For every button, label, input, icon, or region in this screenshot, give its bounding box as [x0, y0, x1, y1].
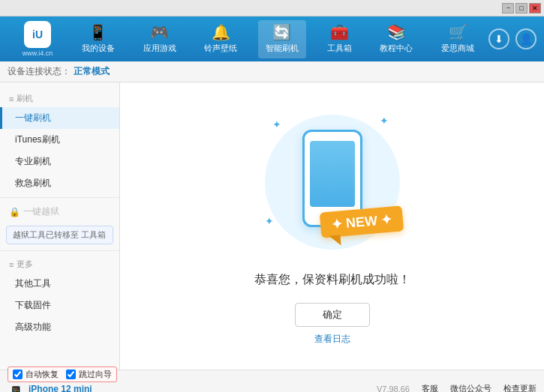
close-button[interactable]: ✕: [529, 3, 541, 13]
device-phone-icon: 📱: [8, 385, 24, 392]
flash-section-title: 刷机: [17, 93, 33, 104]
download-button[interactable]: ⬇: [488, 28, 509, 49]
nav-item-ringtones-label: 铃声壁纸: [204, 43, 237, 54]
window-controls: － □ ✕: [502, 3, 541, 13]
lock-icon: 🔒: [9, 207, 20, 217]
bottom-bar: 自动恢复 跳过向导 📱 iPhone 12 mini 64GB Down-12m…: [0, 370, 544, 392]
nav-item-smart-store[interactable]: 🔄 智能刷机: [258, 20, 306, 58]
logo-icon: iU: [24, 21, 51, 48]
user-button[interactable]: 👤: [515, 28, 536, 49]
nav-item-smart-store-label: 智能刷机: [266, 43, 299, 54]
auto-connect-input[interactable]: [13, 370, 23, 379]
nav-items: 📱 我的设备 🎮 应用游戏 🔔 铃声壁纸 🔄 智能刷机 🧰 工具箱 📚 教程中心…: [68, 20, 488, 58]
nav-bar: iU www.i4.cn 📱 我的设备 🎮 应用游戏 🔔 铃声壁纸 🔄 智能刷机…: [0, 16, 544, 61]
sparkle-icon-1: ✦: [272, 118, 281, 130]
mall-icon: 🛒: [449, 25, 467, 40]
auto-connect-checkbox[interactable]: 自动恢复: [13, 369, 59, 380]
sidebar-item-pro-flash[interactable]: 专业刷机: [0, 151, 119, 172]
skip-wizard-label: 跳过向导: [79, 369, 112, 380]
nav-item-toolbox-label: 工具箱: [327, 43, 352, 54]
version-text: V7.98.66: [377, 385, 410, 393]
maximize-button[interactable]: □: [515, 3, 527, 13]
nav-item-mall-label: 爱思商城: [441, 43, 474, 54]
title-bar: － □ ✕: [0, 0, 544, 16]
skip-wizard-checkbox[interactable]: 跳过向导: [66, 369, 112, 380]
apps-games-icon: 🎮: [150, 25, 169, 40]
nav-item-my-device[interactable]: 📱 我的设备: [74, 20, 122, 58]
sidebar-item-advanced[interactable]: 高级功能: [0, 316, 119, 338]
app-logo[interactable]: iU www.i4.cn: [8, 21, 68, 57]
status-bar: 设备连接状态： 正常模式: [0, 61, 544, 82]
phone-screen: [310, 141, 355, 207]
new-badge-text: NEW: [346, 213, 379, 231]
main-area: ≡ 刷机 一键刷机 iTunes刷机 专业刷机 救急刷机 🔒 一键越狱 越狱工具…: [0, 82, 544, 370]
nav-item-apps-games-label: 应用游戏: [143, 43, 176, 54]
confirm-button[interactable]: 确定: [295, 303, 370, 327]
more-section-title: 更多: [17, 259, 33, 270]
smart-store-icon: 🔄: [272, 25, 291, 40]
sidebar-item-itunes-flash[interactable]: iTunes刷机: [0, 129, 119, 151]
bottom-right: V7.98.66 客服 微信公众号 检查更新: [377, 383, 536, 392]
sidebar-divider-1: [0, 197, 119, 198]
sidebar-item-download-firmware[interactable]: 下载固件: [0, 295, 119, 316]
nav-right: ⬇ 👤: [488, 28, 536, 49]
sidebar-item-one-click-flash[interactable]: 一键刷机: [0, 107, 119, 129]
sidebar-section-more: ≡ 更多: [0, 254, 119, 273]
flash-section-icon: ≡: [9, 94, 14, 103]
nav-item-tutorials[interactable]: 📚 教程中心: [372, 20, 420, 58]
nav-item-toolbox[interactable]: 🧰 工具箱: [320, 20, 359, 58]
sparkle-icon-3: ✦: [265, 215, 274, 227]
nav-item-tutorials-label: 教程中心: [380, 43, 413, 54]
more-section-icon: ≡: [9, 260, 14, 269]
sidebar: ≡ 刷机 一键刷机 iTunes刷机 专业刷机 救急刷机 🔒 一键越狱 越狱工具…: [0, 82, 120, 370]
wechat-public-link[interactable]: 微信公众号: [450, 383, 491, 392]
sidebar-item-save-flash[interactable]: 救急刷机: [0, 172, 119, 194]
ringtones-icon: 🔔: [212, 25, 230, 40]
sidebar-divider-2: [0, 250, 119, 251]
nav-item-apps-games[interactable]: 🎮 应用游戏: [136, 20, 184, 58]
tutorials-icon: 📚: [387, 25, 406, 40]
jailbreak-title: 一键越狱: [23, 205, 59, 218]
status-value: 正常模式: [74, 65, 110, 78]
nav-item-ringtones[interactable]: 🔔 铃声壁纸: [197, 20, 245, 58]
auto-connect-label: 自动恢复: [26, 369, 59, 380]
sparkle-icon-2: ✦: [380, 115, 389, 127]
success-message: 恭喜您，保资料刷机成功啦！: [254, 272, 410, 288]
device-info: 📱 iPhone 12 mini 64GB Down-12mini-13,1: [8, 384, 117, 392]
customer-service-link[interactable]: 客服: [422, 383, 438, 392]
my-device-icon: 📱: [89, 25, 107, 40]
content-area: ✦ ✦ ✦ ✦ NEW ✦ 恭喜您，保资料刷机成功啦！ 确定 查看日志: [120, 82, 544, 370]
skip-wizard-input[interactable]: [66, 370, 76, 379]
star-left: ✦: [331, 216, 344, 232]
sidebar-section-jailbreak: 🔒 一键越狱: [0, 201, 119, 223]
sidebar-section-flash: ≡ 刷机: [0, 88, 119, 107]
jailbreak-notice: 越狱工具已转移至 工具箱: [6, 226, 113, 244]
phone-illustration: ✦ ✦ ✦ ✦ NEW ✦: [257, 107, 407, 257]
star-right: ✦: [381, 211, 394, 227]
minimize-button[interactable]: －: [502, 3, 514, 13]
sidebar-item-other-tools[interactable]: 其他工具: [0, 273, 119, 295]
secondary-link[interactable]: 查看日志: [314, 333, 350, 346]
device-name: iPhone 12 mini: [29, 384, 92, 392]
logo-subtitle: www.i4.cn: [23, 49, 53, 57]
nav-item-my-device-label: 我的设备: [82, 43, 115, 54]
toolbox-icon: 🧰: [330, 25, 349, 40]
status-label: 设备连接状态：: [8, 65, 71, 78]
nav-item-mall[interactable]: 🛒 爱思商城: [434, 20, 482, 58]
check-update-link[interactable]: 检查更新: [503, 383, 536, 392]
